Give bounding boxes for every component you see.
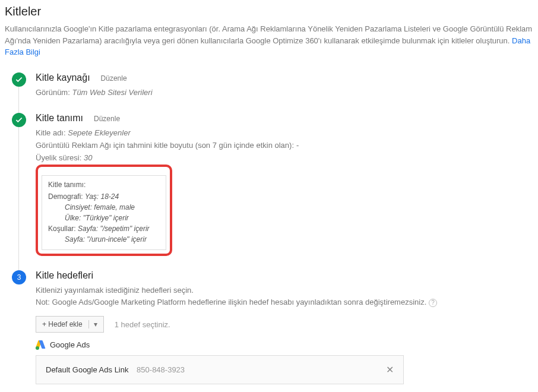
google-ads-label: Google Ads: [50, 340, 90, 349]
definition-highlight: Kitle tanımı: Demografi: Yaş: 18-24 Cins…: [36, 165, 172, 256]
definition-box: Kitle tanımı: Demografi: Yaş: 18-24 Cins…: [42, 175, 166, 250]
step1-title: Kitle kaynağı: [36, 72, 90, 83]
step3-desc2: Not: Google Ads/Google Marketing Platfor…: [36, 298, 426, 306]
size-label: Görüntülü Reklam Ağı için tahmini kitle …: [36, 141, 294, 150]
add-target-label: + Hedef ekle: [42, 320, 83, 328]
def-box-title: Kitle tanımı:: [48, 181, 160, 189]
step-number-icon: 3: [12, 270, 26, 284]
link-name: Default Google Ads Link: [46, 365, 128, 374]
page-description-text: Kullanıcılarınızla Google'ın Kitle pazar…: [5, 24, 532, 45]
target-count: 1 hedef seçtiniz.: [115, 320, 170, 329]
chevron-down-icon: ▾: [88, 320, 97, 328]
page-description: Kullanıcılarınızla Google'ın Kitle pazar…: [5, 23, 533, 58]
demo-country: Ülke: "Türkiye" içerir: [65, 214, 129, 222]
duration-value: 30: [84, 153, 92, 162]
view-value: Tüm Web Sitesi Verileri: [72, 88, 152, 97]
cond-label: Koşullar:: [48, 225, 76, 233]
step-definition: Kitle tanımı Düzenle Kitle adı: Sepete E…: [12, 113, 533, 270]
add-target-button[interactable]: + Hedef ekle ▾: [36, 316, 104, 333]
demo-age: Yaş: 18-24: [85, 192, 119, 201]
size-value: -: [296, 141, 299, 150]
remove-target-icon[interactable]: ✕: [386, 364, 394, 375]
linked-account-box: Default Google Ads Link 850-848-3923 ✕: [36, 355, 404, 384]
google-ads-icon: [36, 340, 45, 349]
link-id: 850-848-3923: [137, 365, 185, 374]
name-label: Kitle adı:: [36, 128, 66, 137]
step2-edit-link[interactable]: Düzenle: [94, 115, 120, 123]
step-source: Kitle kaynağı Düzenle Görünüm: Tüm Web S…: [12, 72, 533, 113]
page-title: Kitleler: [5, 5, 533, 18]
name-value: Sepete Ekleyenler: [68, 128, 131, 137]
check-icon: [12, 72, 26, 87]
step1-edit-link[interactable]: Düzenle: [101, 74, 127, 83]
cond1: Sayfa: "/sepetim" içerir: [78, 225, 150, 233]
duration-label: Üyelik süresi:: [36, 153, 81, 162]
demo-label: Demografi:: [48, 192, 83, 201]
cond2: Sayfa: "/urun-incele" içerir: [65, 235, 147, 244]
step-targets: 3 Kitle hedefleri Kitlenizi yayınlamak i…: [12, 270, 533, 392]
demo-gender: Cinsiyet: female, male: [65, 203, 135, 211]
step3-desc1: Kitlenizi yayınlamak istediğiniz hedefle…: [36, 284, 533, 297]
check-icon: [12, 113, 26, 127]
step2-title: Kitle tanımı: [36, 113, 83, 124]
help-icon[interactable]: ?: [429, 299, 437, 307]
view-label: Görünüm:: [36, 88, 70, 97]
step3-title: Kitle hedefleri: [36, 270, 93, 281]
